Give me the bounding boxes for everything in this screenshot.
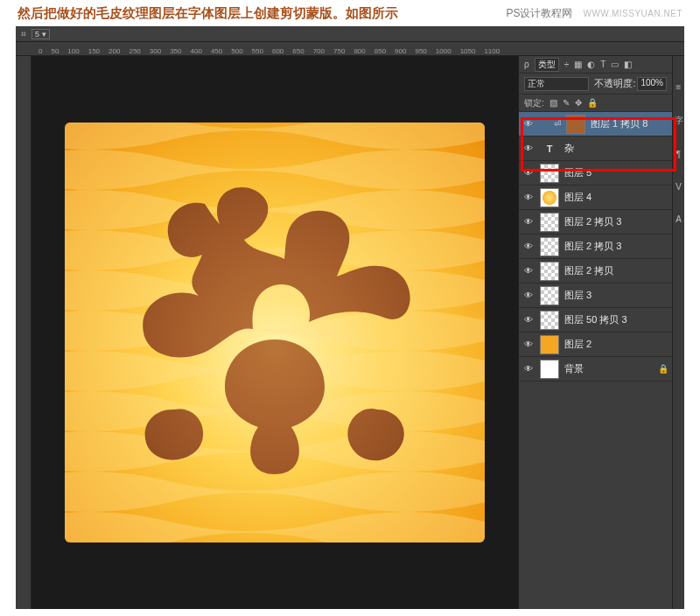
photoshop-window: ⌗ 5 ▾ 0501001502002503003504004505005506… (16, 26, 684, 609)
ruler-tick: 500 (231, 47, 242, 55)
ruler-tick: 750 (333, 47, 345, 55)
visibility-eye-icon[interactable]: 👁 (522, 314, 535, 326)
layer-name[interactable]: 图层 2 拷贝 3 (564, 240, 668, 253)
layer-row[interactable]: 👁图层 2 拷贝 3 (519, 210, 672, 234)
blend-mode-select[interactable]: 正常 (524, 77, 589, 91)
canvas-area[interactable] (32, 56, 518, 609)
layer-row[interactable]: 👁图层 5 (519, 161, 672, 186)
layer-name[interactable]: 图层 50 拷贝 3 (564, 313, 668, 326)
collapsed-panels-dock: ≡字¶VA (672, 56, 684, 609)
opacity-value[interactable]: 100% (637, 77, 667, 91)
layer-name[interactable]: 图层 4 (564, 191, 668, 204)
layers-panel: ρ 类型 ÷ ▦ ◐ T ▭ ◧ 正常 不透明度: 100% 锁定: ▨ ✎ (518, 56, 672, 609)
ruler-tick: 1100 (484, 47, 500, 55)
lock-icon: 🔒 (658, 364, 668, 374)
filter-type-select[interactable]: 类型 (535, 58, 559, 72)
lock-trans-icon[interactable]: ▨ (550, 98, 557, 108)
visibility-eye-icon[interactable]: 👁 (522, 118, 535, 130)
layers-filter-row: ρ 类型 ÷ ▦ ◐ T ▭ ◧ (519, 56, 672, 74)
tutorial-caption: 然后把做好的毛皮纹理图层在字体图层上创建剪切蒙版。如图所示 (18, 5, 398, 22)
layers-list[interactable]: 👁⏎图层 1 拷贝 8👁T杂👁图层 5👁图层 4👁图层 2 拷贝 3👁图层 2 … (519, 112, 672, 609)
layer-row[interactable]: 👁背景🔒 (519, 357, 672, 382)
lock-pos-icon[interactable]: ✥ (575, 98, 582, 108)
filter-adjust-icon[interactable]: ◐ (587, 60, 595, 69)
collapsed-panel-icon[interactable]: A (676, 214, 682, 224)
ruler-tick: 900 (395, 47, 406, 55)
lock-label: 锁定: (524, 97, 544, 109)
layer-name[interactable]: 图层 2 (564, 338, 668, 351)
layer-name[interactable]: 背景 (564, 362, 653, 375)
type-layer-icon: T (540, 144, 559, 154)
brand-block: PS设计教程网 WWW.MISSYUAN.NET (506, 6, 682, 21)
visibility-eye-icon[interactable]: 👁 (522, 363, 535, 375)
ruler-tick: 350 (170, 47, 181, 55)
ruler-tick: 600 (272, 47, 284, 55)
ruler-tick: 700 (313, 47, 325, 55)
ruler-horizontal: 0501001502002503003504004505005506006507… (16, 42, 684, 56)
layer-name[interactable]: 图层 1 拷贝 8 (591, 117, 668, 130)
layer-thumbnail[interactable] (540, 311, 559, 330)
layer-thumbnail[interactable] (540, 237, 559, 256)
ruler-tick: 0 (38, 47, 42, 55)
visibility-eye-icon[interactable]: 👁 (522, 339, 535, 351)
filter-shape-icon[interactable]: ▭ (611, 60, 619, 69)
blend-opacity-row: 正常 不透明度: 100% (519, 74, 672, 94)
visibility-eye-icon[interactable]: 👁 (522, 167, 535, 179)
layer-name[interactable]: 图层 5 (564, 166, 668, 179)
filter-divider: ÷ (564, 60, 570, 69)
ruler-tick: 950 (415, 47, 426, 55)
crop-icon[interactable]: ⌗ (21, 29, 26, 39)
clip-arrow-icon: ⏎ (554, 119, 561, 129)
visibility-eye-icon[interactable]: 👁 (522, 265, 535, 277)
layer-name[interactable]: 杂 (564, 142, 668, 155)
layer-name[interactable]: 图层 2 拷贝 (564, 264, 668, 277)
brand-url: WWW.MISSYUAN.NET (583, 9, 682, 18)
ruler-tick: 150 (88, 47, 100, 55)
ruler-tick: 1050 (460, 47, 476, 55)
artboard (65, 122, 485, 542)
ruler-tick: 250 (129, 47, 140, 55)
lock-all-icon[interactable]: 🔒 (587, 98, 598, 108)
layer-row[interactable]: 👁图层 2 (519, 332, 672, 357)
ruler-tick: 1000 (436, 47, 452, 55)
layer-thumbnail[interactable] (540, 213, 559, 232)
filter-smart-icon[interactable]: ◧ (624, 60, 632, 69)
layer-row[interactable]: 👁图层 50 拷贝 3 (519, 308, 672, 332)
layer-thumbnail[interactable] (566, 115, 585, 134)
layer-row[interactable]: 👁图层 2 拷贝 (519, 259, 672, 284)
collapsed-panel-icon[interactable]: V (676, 182, 682, 192)
ruler-tick: 50 (51, 47, 59, 55)
collapsed-panel-icon[interactable]: ≡ (676, 82, 682, 92)
layer-row[interactable]: 👁⏎图层 1 拷贝 8 (519, 112, 672, 136)
ruler-tick: 100 (67, 47, 79, 55)
layer-row[interactable]: 👁图层 2 拷贝 3 (519, 234, 672, 259)
layer-row[interactable]: 👁图层 3 (519, 284, 672, 308)
collapsed-panel-icon[interactable]: ¶ (676, 150, 681, 159)
ruler-tick: 850 (374, 47, 386, 55)
ruler-tick: 650 (292, 47, 304, 55)
filter-pixel-icon[interactable]: ▦ (574, 60, 582, 69)
lock-pixel-icon[interactable]: ✎ (563, 98, 570, 108)
tool-preset-dropdown[interactable]: 5 ▾ (32, 29, 50, 39)
layer-name[interactable]: 图层 3 (564, 289, 668, 302)
visibility-eye-icon[interactable]: 👁 (522, 241, 535, 253)
layer-thumbnail[interactable] (540, 360, 559, 379)
layer-thumbnail[interactable] (540, 286, 559, 305)
ruler-tick: 200 (108, 47, 120, 55)
layer-name[interactable]: 图层 2 拷贝 3 (564, 215, 668, 228)
collapsed-panel-icon[interactable]: 字 (675, 115, 683, 127)
ruler-tick: 550 (252, 47, 263, 55)
layer-row[interactable]: 👁图层 4 (519, 186, 672, 210)
visibility-eye-icon[interactable]: 👁 (522, 143, 535, 155)
layer-row[interactable]: 👁T杂 (519, 136, 672, 161)
ruler-tick: 450 (211, 47, 222, 55)
layer-thumbnail[interactable] (540, 164, 559, 183)
visibility-eye-icon[interactable]: 👁 (522, 290, 535, 302)
layer-thumbnail[interactable] (540, 188, 559, 207)
filter-icon[interactable]: ρ (524, 60, 529, 69)
visibility-eye-icon[interactable]: 👁 (522, 192, 535, 204)
visibility-eye-icon[interactable]: 👁 (522, 216, 535, 228)
layer-thumbnail[interactable] (540, 335, 559, 354)
filter-type-icon[interactable]: T (600, 60, 606, 69)
layer-thumbnail[interactable] (540, 262, 559, 281)
